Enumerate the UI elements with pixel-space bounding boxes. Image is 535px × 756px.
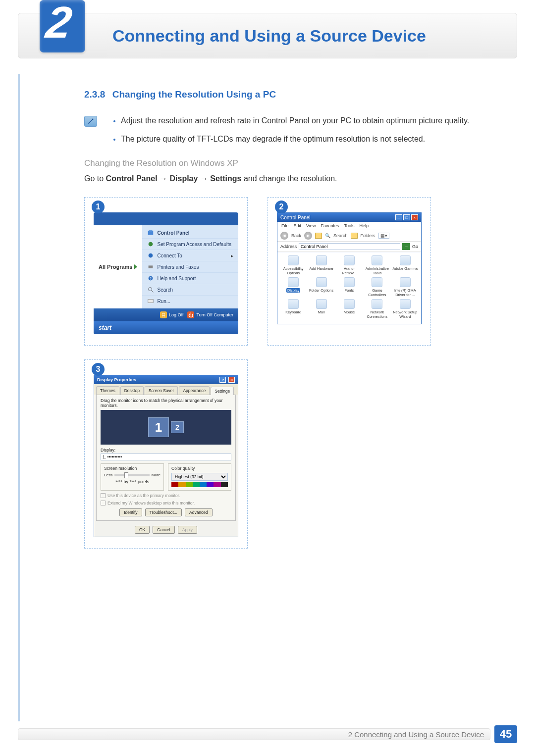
tab-settings[interactable]: Settings bbox=[211, 387, 234, 395]
app-label: Administrative Tools bbox=[366, 266, 389, 275]
color-quality-group: Color quality Highest (32 bit) bbox=[168, 463, 231, 491]
cp-item-accessibility-options[interactable]: Accessibility Options bbox=[280, 255, 306, 275]
forward-button[interactable]: ► bbox=[304, 232, 312, 240]
color-quality-select[interactable]: Highest (32 bit) bbox=[171, 473, 228, 481]
cp-item-game-controllers[interactable]: Game Controllers bbox=[364, 277, 390, 297]
menu-tools[interactable]: Tools bbox=[344, 223, 354, 228]
advanced-button[interactable]: Advanced bbox=[185, 508, 213, 516]
tab-screen-saver[interactable]: Screen Saver bbox=[145, 386, 178, 395]
app-icon bbox=[372, 277, 382, 287]
cp-item-mail[interactable]: Mail bbox=[308, 299, 334, 319]
path-bold1: Control Panel bbox=[106, 174, 158, 183]
svg-rect-1 bbox=[149, 230, 153, 232]
cp-item-mouse[interactable]: Mouse bbox=[336, 299, 362, 319]
menu-favorites[interactable]: Favorites bbox=[321, 223, 339, 228]
start-menu-right: Control Panel Set Program Access and Def… bbox=[142, 225, 238, 308]
chapter-number-badge: 2 bbox=[40, 0, 85, 52]
logoff-button[interactable]: ⍈ Log Off bbox=[160, 311, 183, 318]
app-label: Folder Options bbox=[309, 288, 333, 293]
dialog-tabs: ThemesDesktopScreen SaverAppearanceSetti… bbox=[94, 384, 238, 395]
menu-view[interactable]: View bbox=[306, 223, 316, 228]
address-label: Address bbox=[280, 244, 297, 249]
path-arrow-2: → bbox=[200, 174, 210, 183]
path-bold2: Display bbox=[170, 174, 198, 183]
resolution-slider[interactable]: Less More bbox=[104, 473, 160, 477]
close-button[interactable]: × bbox=[411, 214, 418, 220]
help-button[interactable]: ? bbox=[219, 377, 226, 383]
menu-item-set-program-access[interactable]: Set Program Access and Defaults bbox=[142, 239, 238, 250]
monitor-1[interactable]: 1 bbox=[148, 417, 169, 437]
folders-icon[interactable] bbox=[351, 233, 358, 239]
path-prefix: Go to bbox=[84, 174, 106, 183]
control-panel-icons: Accessibility OptionsAdd HardwareAdd or … bbox=[277, 252, 421, 324]
minimize-button[interactable]: – bbox=[395, 214, 402, 220]
back-button[interactable]: ◄ bbox=[280, 232, 288, 240]
dialog-body: Drag the monitor icons to match the phys… bbox=[96, 395, 236, 521]
svg-line-8 bbox=[152, 291, 154, 293]
app-label: Add Hardware bbox=[310, 266, 333, 271]
address-input[interactable] bbox=[299, 243, 400, 250]
menu-item-help[interactable]: ? Help and Support bbox=[142, 273, 238, 284]
troubleshoot-button[interactable]: Troubleshoot... bbox=[145, 508, 182, 516]
maximize-button[interactable]: □ bbox=[403, 214, 410, 220]
cp-item-intel-r-gma-driver-for-[interactable]: Intel(R) GMA Driver for ... bbox=[392, 277, 418, 297]
cp-item-add-hardware[interactable]: Add Hardware bbox=[308, 255, 334, 275]
monitor-arrangement[interactable]: 1 2 bbox=[101, 410, 231, 445]
app-label: Game Controllers bbox=[368, 288, 386, 297]
tab-desktop[interactable]: Desktop bbox=[120, 386, 144, 395]
svg-point-7 bbox=[149, 288, 152, 291]
cancel-button[interactable]: Cancel bbox=[153, 526, 174, 534]
slider-thumb[interactable] bbox=[124, 472, 128, 478]
menu-item-control-panel[interactable]: Control Panel bbox=[142, 227, 238, 239]
step-badge-2: 2 bbox=[275, 201, 288, 213]
app-label: Intel(R) GMA Driver for ... bbox=[394, 288, 416, 297]
go-button[interactable]: → bbox=[402, 243, 410, 250]
cp-item-folder-options[interactable]: Folder Options bbox=[308, 277, 334, 297]
search-icon[interactable]: 🔍 bbox=[325, 233, 330, 238]
menu-edit[interactable]: Edit bbox=[294, 223, 302, 228]
menu-item-connect-to[interactable]: Connect To ▸ bbox=[142, 250, 238, 261]
menu-item-printers[interactable]: Printers and Faxes bbox=[142, 261, 238, 273]
turnoff-button[interactable]: ⏻ Turn Off Computer bbox=[187, 311, 233, 318]
ok-button[interactable]: OK bbox=[135, 526, 150, 534]
up-folder-icon[interactable] bbox=[315, 233, 322, 239]
path-line: Go to Control Panel → Display → Settings… bbox=[84, 174, 476, 183]
close-button[interactable]: × bbox=[228, 377, 235, 383]
cp-item-network-setup-wizard[interactable]: Network Setup Wizard bbox=[392, 299, 418, 319]
cp-item-add-or-remov-[interactable]: Add or Remov... bbox=[336, 255, 362, 275]
menu-item-run[interactable]: Run... bbox=[142, 296, 238, 306]
menu-file[interactable]: File bbox=[281, 223, 289, 228]
chk2-label: Extend my Windows desktop onto this moni… bbox=[107, 501, 195, 505]
monitor-2[interactable]: 2 bbox=[171, 421, 184, 433]
step-badge-1: 1 bbox=[92, 201, 105, 213]
cp-item-administrative-tools[interactable]: Administrative Tools bbox=[364, 255, 390, 275]
app-icon bbox=[344, 299, 355, 309]
note-row: Adjust the resolution and refresh rate i… bbox=[84, 115, 476, 151]
display-select[interactable] bbox=[101, 454, 231, 460]
app-label: Keyboard bbox=[285, 310, 301, 314]
apply-button[interactable]: Apply bbox=[178, 526, 197, 534]
taskbar-start-button[interactable]: start bbox=[94, 321, 238, 334]
page-number: 45 bbox=[494, 725, 517, 743]
turnoff-label: Turn Off Computer bbox=[196, 312, 233, 317]
views-icon[interactable]: ▦▾ bbox=[378, 233, 389, 239]
app-icon bbox=[400, 255, 411, 265]
chevron-right-icon: ▸ bbox=[231, 253, 233, 258]
identify-button[interactable]: Identify bbox=[119, 508, 142, 516]
tab-themes[interactable]: Themes bbox=[96, 386, 119, 395]
page: Connecting and Using a Source Device 2 2… bbox=[0, 0, 535, 756]
tab-appearance[interactable]: Appearance bbox=[179, 386, 210, 395]
cp-item-keyboard[interactable]: Keyboard bbox=[280, 299, 306, 319]
page-footer: 2 Connecting and Using a Source Device 4… bbox=[18, 727, 517, 741]
menu-help[interactable]: Help bbox=[359, 223, 369, 228]
menu-item-search[interactable]: Search bbox=[142, 284, 238, 296]
cp-item-network-connections[interactable]: Network Connections bbox=[364, 299, 390, 319]
all-programs[interactable]: All Programs bbox=[94, 225, 142, 308]
cp-item-adobe-gamma[interactable]: Adobe Gamma bbox=[392, 255, 418, 275]
app-icon bbox=[288, 277, 299, 287]
svg-point-3 bbox=[149, 253, 153, 258]
section-number: 2.3.8 bbox=[84, 89, 105, 100]
cp-item-display[interactable]: Display bbox=[280, 277, 306, 297]
cp-item-fonts[interactable]: Fonts bbox=[336, 277, 362, 297]
app-label: Mail bbox=[318, 310, 325, 314]
